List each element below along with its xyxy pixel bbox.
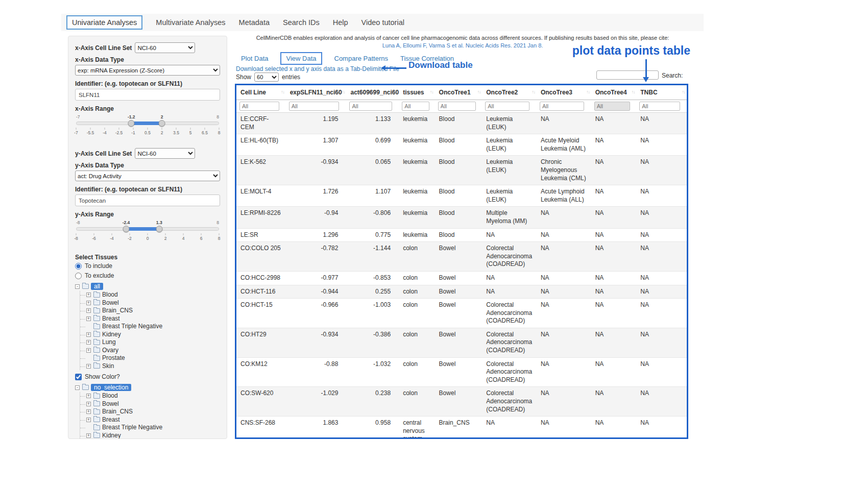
column-header-expslfn11-nci60[interactable]: expSLFN11_nci60↑↓	[286, 85, 347, 100]
nav-tab-video-tutorial[interactable]: Video tutorial	[361, 18, 404, 27]
filter-input-oncotree3[interactable]	[540, 102, 584, 111]
tree-item-blood[interactable]: +Blood	[80, 392, 220, 400]
download-tab-delimited-link[interactable]: Download selected x and y axis data as a…	[236, 65, 399, 72]
tree-item-prostate[interactable]: Prostate	[80, 354, 220, 362]
filter-input-oncotree2[interactable]	[485, 102, 529, 111]
table-row[interactable]: CO:COLO 205-0.782-1.144colonBowelColorec…	[236, 242, 687, 272]
tree-item-bowel[interactable]: +Bowel	[80, 299, 220, 307]
show-color-row[interactable]: Show Color?	[75, 373, 220, 380]
column-header-cell-line[interactable]: Cell Line↑↓	[236, 85, 286, 100]
column-header-tnbc[interactable]: TNBC↑↓	[636, 85, 687, 100]
tree-root-label[interactable]: all	[91, 283, 103, 290]
slider-handle-left[interactable]	[123, 226, 130, 232]
expand-icon[interactable]: +	[86, 364, 91, 369]
table-row[interactable]: CO:HCT-15-0.966-1.003colonBowelColorecta…	[236, 299, 687, 328]
tree-root-label[interactable]: no_selection	[91, 384, 131, 391]
expand-icon[interactable]: +	[86, 316, 91, 321]
table-row[interactable]: LE:K-562-0.9340.065leukemiaBloodLeukemia…	[236, 156, 687, 185]
table-row[interactable]: CO:HCT-116-0.9440.255colonBowelNANANANA	[236, 285, 687, 299]
filter-input-tissues[interactable]	[402, 102, 429, 111]
filter-input-cell-line[interactable]	[239, 102, 279, 111]
filter-input-tnbc[interactable]	[639, 102, 680, 111]
column-header-act609699-nci60[interactable]: act609699_nci60↑↓	[346, 85, 399, 100]
table-row[interactable]: LE:HL-60(TB)1.3070.699leukemiaBloodLeuke…	[236, 134, 687, 156]
y-cell-line-set-select[interactable]: NCI-60	[135, 148, 195, 159]
tree-item-breast-triple-negative[interactable]: Breast Triple Negative	[80, 424, 220, 432]
nav-tab-metadata[interactable]: Metadata	[239, 18, 270, 27]
column-header-oncotree2[interactable]: OncoTree2↑↓	[482, 85, 537, 100]
tree-item-breast[interactable]: +Breast	[80, 315, 220, 323]
sort-icon[interactable]: ↑↓	[586, 89, 590, 94]
slider-track[interactable]	[76, 227, 219, 231]
collapse-icon[interactable]: -	[75, 385, 80, 390]
expand-icon[interactable]: +	[86, 348, 91, 353]
slider-selected-bar[interactable]	[131, 121, 161, 125]
collapse-icon[interactable]: -	[75, 284, 80, 289]
filter-input-expslfn11-nci60[interactable]	[289, 102, 339, 111]
table-row[interactable]: LE:RPMI-8226-0.94-0.806leukemiaBloodMult…	[236, 207, 687, 228]
expand-icon[interactable]: +	[86, 394, 91, 398]
sort-icon[interactable]: ↑↓	[430, 89, 433, 94]
table-row[interactable]: CO:HT29-0.934-0.386colonBowelColorectal …	[236, 328, 687, 357]
table-row[interactable]: CNS:SF-2681.8630.958central nervous syst…	[236, 417, 687, 439]
sort-icon[interactable]: ↑↓	[532, 89, 535, 94]
sort-icon[interactable]: ↑↓	[281, 89, 284, 94]
x-data-type-select[interactable]: exp: mRNA Expression (Z-Score)	[75, 65, 220, 76]
tree-item-lung[interactable]: +Lung	[80, 338, 220, 347]
sort-icon[interactable]: ↑↓	[342, 89, 345, 94]
column-header-oncotree4[interactable]: OncoTree4↑↓	[591, 85, 637, 100]
x-axis-range-slider[interactable]: -7 8 -1.2 2 -7-5.5-4-2.5-10.523.556.58	[76, 114, 219, 143]
tree-item-bowel[interactable]: +Bowel	[80, 400, 220, 408]
y-data-type-select[interactable]: act: Drug Activity	[75, 170, 220, 181]
tree-item-brain-cns[interactable]: +Brain_CNS	[80, 307, 220, 315]
expand-icon[interactable]: +	[86, 418, 91, 422]
slider-selected-bar[interactable]	[126, 227, 159, 231]
tree-item-breast-triple-negative[interactable]: Breast Triple Negative	[80, 323, 220, 331]
table-row[interactable]: LE:SR1.2960.775leukemiaBloodNANANANA	[236, 228, 687, 242]
column-header-tissues[interactable]: tissues↑↓	[399, 85, 435, 100]
tree-root-all[interactable]: -all	[75, 282, 220, 291]
column-header-oncotree3[interactable]: OncoTree3↑↓	[537, 85, 591, 100]
filter-input-act609699-nci60[interactable]	[349, 102, 392, 111]
tree-root-no-selection[interactable]: -no_selection	[75, 383, 220, 392]
tab-plot-data[interactable]: Plot Data	[241, 55, 268, 62]
table-search-input[interactable]	[596, 70, 659, 80]
table-row[interactable]: LE:CCRF-CEM1.1951.133leukemiaBloodLeukem…	[236, 113, 687, 134]
expand-icon[interactable]: +	[86, 340, 91, 345]
table-row[interactable]: CO:HCC-2998-0.977-0.853colonBowelNANANAN…	[236, 271, 687, 285]
expand-icon[interactable]: +	[86, 409, 91, 414]
nav-tab-help[interactable]: Help	[333, 18, 348, 27]
sort-icon[interactable]: ↑↓	[632, 89, 635, 94]
x-cell-line-set-select[interactable]: NCI-60	[135, 42, 195, 53]
tree-item-kidney[interactable]: +Kidney	[80, 331, 220, 339]
show-color-checkbox[interactable]	[75, 374, 82, 380]
expand-icon[interactable]: +	[86, 301, 91, 305]
to-exclude-radio[interactable]	[75, 273, 82, 279]
x-identifier-input[interactable]	[75, 89, 220, 101]
filter-input-oncotree4[interactable]	[594, 102, 630, 111]
tree-item-ovary[interactable]: +Ovary	[80, 347, 220, 355]
nav-tab-search-ids[interactable]: Search IDs	[283, 18, 320, 27]
tree-item-brain-cns[interactable]: +Brain_CNS	[80, 408, 220, 416]
tab-compare-patterns[interactable]: Compare Patterns	[334, 55, 389, 62]
column-header-oncotree1[interactable]: OncoTree1↑↓	[435, 85, 483, 100]
nav-tab-multivariate-analyses[interactable]: Multivariate Analyses	[156, 18, 225, 27]
expand-icon[interactable]: +	[86, 402, 91, 406]
to-include-radio[interactable]	[75, 263, 82, 270]
expand-icon[interactable]: +	[86, 308, 91, 313]
table-row[interactable]: CO:SW-620-1.0290.238colonBowelColorectal…	[236, 387, 687, 417]
y-identifier-input[interactable]	[75, 194, 220, 206]
slider-handle-right[interactable]	[156, 226, 162, 232]
table-row[interactable]: LE:MOLT-41.7261.107leukemiaBloodLeukemia…	[236, 185, 687, 207]
nav-tab-univariate-analyses[interactable]: Univariate Analyses	[66, 15, 142, 30]
y-axis-range-slider[interactable]: -8 8 -2.4 1.3 -8-6-4-202468	[76, 220, 219, 249]
entries-count-select[interactable]: 60	[254, 72, 279, 82]
slider-handle-left[interactable]	[128, 120, 135, 127]
radio-to-exclude[interactable]: To exclude	[75, 272, 220, 279]
tree-item-blood[interactable]: +Blood	[80, 291, 220, 299]
slider-handle-right[interactable]	[158, 120, 165, 127]
tree-item-kidney[interactable]: +Kidney	[80, 432, 220, 440]
sort-icon[interactable]: ↑↓	[682, 89, 686, 94]
tree-item-skin[interactable]: +Skin	[80, 362, 220, 371]
expand-icon[interactable]: +	[86, 433, 91, 438]
